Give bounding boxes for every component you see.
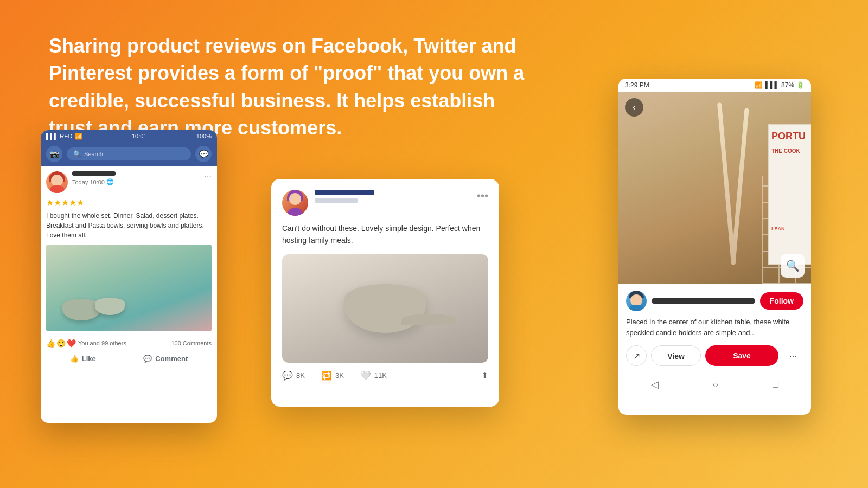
twitter-phone: ••• Can't do without these. Lovely simpl… [271,179,499,407]
pin-battery-level: 87% [781,81,794,89]
fb-like-label: Like [82,355,96,363]
tw-post-menu-dots[interactable]: ••• [477,190,488,202]
fb-username-bar [72,171,116,176]
pin-share-button[interactable]: ↗ [626,345,647,366]
pin-back-button[interactable]: ‹ [625,98,643,117]
fb-toolbar: 📷 🔍 Search 💬 [41,142,217,166]
facebook-phone: ▌▌▌ RED 📶 10:01 100% 📷 🔍 Search 💬 [41,130,217,423]
tw-like-action[interactable]: 🤍 11K [360,370,387,381]
tw-retweet-icon: 🔁 [321,370,332,381]
fb-timestamp: Today 10:00 🌐 [72,178,205,185]
pin-status-right: 📶 ▌▌▌ 87% 🔋 [755,81,805,89]
tw-like-count: 11K [374,371,387,380]
tw-comment-count: 8K [296,371,305,380]
tw-username-bar [315,190,374,195]
pin-wifi-icon: 📶 [755,81,763,89]
pin-product-image: ‹ PORTU THE COOK LEAN 🔍 [618,92,811,284]
tw-post-header: ••• [282,190,488,216]
tw-tweet-text: Can't do without these. Lovely simple de… [282,222,488,247]
fb-post: Today 10:00 🌐 ··· ★★★★★ I bought the who… [41,166,217,373]
tw-upload-icon: ⬆ [481,371,488,380]
fb-search-icon: 🔍 [73,150,81,158]
pin-lens-button[interactable]: 🔍 [781,254,805,278]
pin-content-area: Follow Placed in the center of our kitch… [618,284,811,373]
tw-post-meta [315,190,477,203]
pin-book-decoration: PORTU THE COOK LEAN [768,124,811,265]
pin-nav-back-icon[interactable]: ◁ [651,378,659,390]
fb-search-box[interactable]: 🔍 Search [67,147,191,160]
tw-comment-action[interactable]: 💬 8K [282,370,305,381]
fb-action-bar: 👍 Like 💬 Comment [46,350,212,367]
headline-text: Sharing product reviews on Facebook, Twi… [49,33,537,142]
fb-messenger-icon[interactable]: 💬 [195,146,212,162]
pin-more-button[interactable]: ··· [783,345,803,366]
fb-carrier: RED [60,133,72,139]
fb-wow-icon: 😲 [56,339,66,348]
fb-like-button[interactable]: 👍 Like [70,355,96,363]
pin-status-bar: 3:29 PM 📶 ▌▌▌ 87% 🔋 [618,79,811,92]
fb-comment-button[interactable]: 💬 Comment [143,355,188,363]
pin-user-avatar [626,291,647,311]
fb-reaction-icons: 👍 😲 ❤️ [46,339,76,348]
pin-share-icon-glyph: ↗ [633,351,640,361]
tw-handle-bar [315,198,358,203]
tw-heart-icon: 🤍 [360,370,371,381]
fb-bowl-decoration-2 [95,298,125,315]
fb-status-bar: ▌▌▌ RED 📶 10:01 100% [41,130,217,142]
fb-signal-icon: ▌▌▌ [46,133,58,139]
fb-comment-label: Comment [155,355,188,363]
tw-user-avatar [282,190,308,216]
tw-action-bar: 💬 8K 🔁 3K 🤍 11K ⬆ [282,370,488,381]
tw-comment-icon: 💬 [282,370,293,381]
fb-review-text: I bought the whole set. Dinner, Salad, d… [46,211,212,240]
pin-book-subtitle-text: THE COOK [769,148,811,154]
fb-battery: 100% [196,133,212,139]
fb-post-menu-dots[interactable]: ··· [205,171,212,181]
pin-battery-icon: 🔋 [796,81,805,89]
fb-post-header: Today 10:00 🌐 ··· [46,171,212,193]
pin-action-row: ↗ View Save ··· [626,345,803,366]
pin-nav-bar: ◁ ○ □ [618,373,811,396]
pin-time: 3:29 PM [625,81,649,89]
pin-book-extra-text: LEAN [771,226,785,232]
fb-wifi-icon: 📶 [75,133,82,140]
fb-heart-icon: ❤️ [67,339,76,348]
fb-camera-icon[interactable]: 📷 [46,146,62,162]
fb-comment-count: 100 Comments [171,340,212,346]
tw-retweet-action[interactable]: 🔁 3K [321,370,344,381]
fb-thumbs-up-icon: 👍 [70,355,79,363]
pin-nav-home-icon[interactable]: ○ [713,379,719,390]
fb-search-placeholder: Search [84,151,103,157]
fb-time: 10:01 [132,133,147,139]
pin-nav-square-icon[interactable]: □ [773,379,778,390]
pin-user-row: Follow [626,291,803,311]
pin-save-button[interactable]: Save [705,345,778,366]
tw-post-image [282,254,488,363]
fb-comment-bubble-icon: 💬 [143,355,152,363]
pin-chopstick-2 [731,108,749,265]
pin-description-text: Placed in the center of our kitchen tabl… [626,317,803,338]
fb-post-meta: Today 10:00 🌐 [72,171,205,185]
pin-book-title-text: PORTU [769,125,811,148]
fb-user-avatar [46,171,68,193]
fb-star-rating: ★★★★★ [46,197,212,208]
pin-view-button[interactable]: View [651,345,701,366]
tw-bowl-decoration [344,284,426,333]
pin-signal-icon: ▌▌▌ [765,81,779,89]
tw-retweet-count: 3K [335,371,344,380]
pinterest-phone: 3:29 PM 📶 ▌▌▌ 87% 🔋 ‹ PORTU THE COOK LEA… [618,79,811,415]
fb-like-icon: 👍 [46,339,55,348]
fb-reaction-count: You and 99 others [78,340,126,346]
fb-post-image [46,245,212,331]
pin-username-bar [652,298,755,304]
fb-reactions-bar: 👍 😲 ❤️ You and 99 others 100 Comments [46,337,212,350]
tw-share-button[interactable]: ⬆ [481,370,488,381]
tw-bowl-lid-decoration [401,314,456,325]
fb-status-left: ▌▌▌ RED 📶 [46,133,82,140]
pin-follow-button[interactable]: Follow [760,292,803,310]
